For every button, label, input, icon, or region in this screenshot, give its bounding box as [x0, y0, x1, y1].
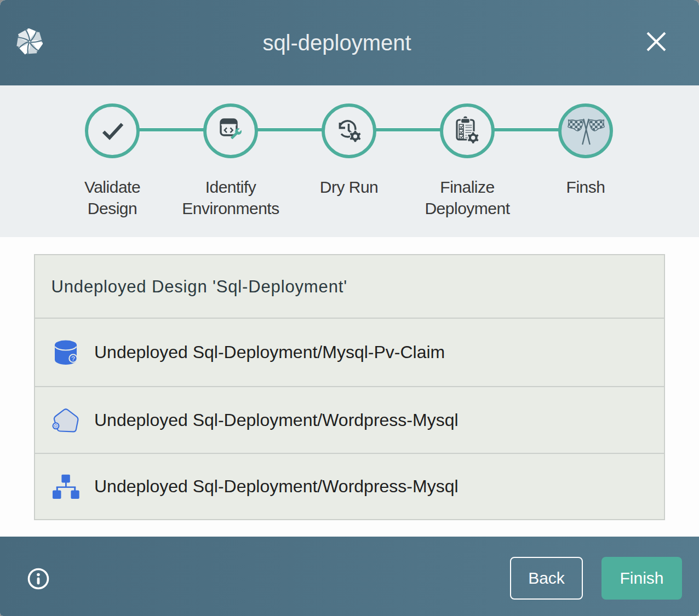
svg-text:?: ?: [71, 355, 75, 361]
